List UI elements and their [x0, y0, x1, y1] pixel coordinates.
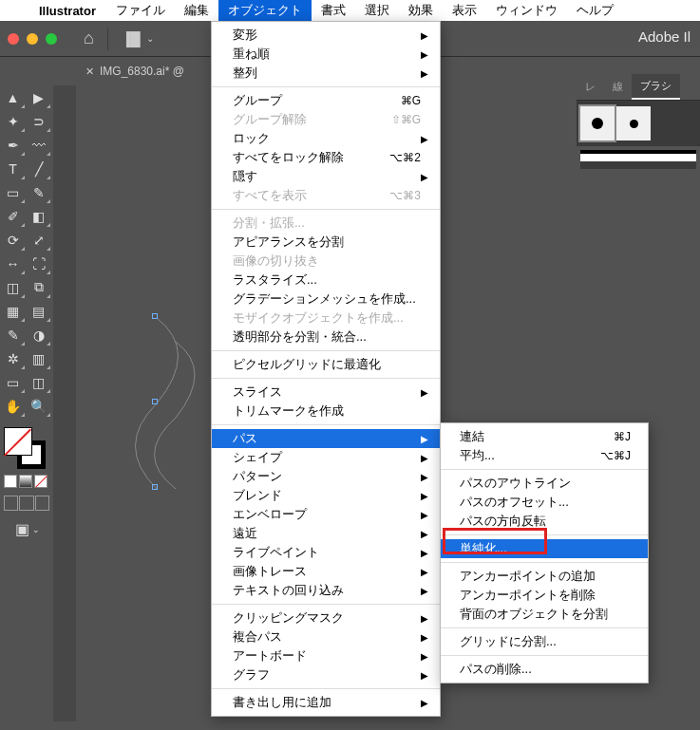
submenu-item[interactable]: パスのオフセット...: [441, 493, 648, 512]
menu-item[interactable]: アピアランスを分割: [212, 233, 440, 252]
menu-item[interactable]: 複合パス▶: [212, 627, 440, 646]
panel-tab[interactable]: レ: [577, 74, 604, 100]
submenu-item[interactable]: 単純化...: [441, 539, 648, 558]
menu-item[interactable]: スライス▶: [212, 383, 440, 402]
traffic-light-close[interactable]: [8, 33, 19, 45]
tool-artboard[interactable]: ▭: [0, 370, 26, 394]
submenu-item[interactable]: パスの削除...: [441, 660, 648, 679]
fill-stroke-swatch[interactable]: [4, 427, 46, 469]
menu-オブジェクト[interactable]: オブジェクト: [218, 0, 312, 21]
tool-shape-builder[interactable]: ◫: [0, 275, 26, 299]
tool-eyedropper[interactable]: ✎: [0, 323, 26, 346]
submenu-item[interactable]: グリッドに分割...: [441, 632, 648, 651]
document-tab[interactable]: ✕ IMG_6830.ai* @: [85, 65, 184, 78]
menu-ウィンドウ[interactable]: ウィンドウ: [486, 0, 567, 21]
tool-blend[interactable]: ◑: [26, 323, 51, 346]
draw-behind[interactable]: [19, 496, 33, 511]
menu-item[interactable]: テキストの回り込み▶: [212, 581, 440, 600]
tool-rotate[interactable]: ⟳: [0, 228, 26, 252]
menu-item[interactable]: 遠近▶: [212, 524, 440, 543]
tool-pen[interactable]: ✒: [0, 133, 26, 157]
tool-selection[interactable]: ▲: [0, 85, 26, 109]
menu-item[interactable]: エンベロープ▶: [212, 505, 440, 524]
menu-item[interactable]: 変形▶: [212, 26, 440, 45]
close-icon[interactable]: ✕: [85, 66, 94, 78]
panel-tab[interactable]: 線: [604, 74, 632, 100]
gradient-mode[interactable]: [19, 475, 32, 488]
tool-column-graph[interactable]: ▥: [26, 346, 51, 370]
menu-選択[interactable]: 選択: [355, 0, 399, 21]
menu-item[interactable]: すべてをロック解除⌥⌘2: [212, 148, 440, 167]
submenu-item[interactable]: アンカーポイントの追加: [441, 567, 648, 586]
menu-item[interactable]: ピクセルグリッドに最適化: [212, 355, 440, 374]
menu-ファイル[interactable]: ファイル: [106, 0, 175, 21]
menu-item[interactable]: ブレンド▶: [212, 486, 440, 505]
draw-normal[interactable]: [4, 496, 18, 511]
menu-item[interactable]: アートボード▶: [212, 646, 440, 665]
menu-item[interactable]: ラスタライズ...: [212, 271, 440, 290]
menu-書式[interactable]: 書式: [312, 0, 355, 21]
menu-item[interactable]: ロック▶: [212, 129, 440, 148]
tool-eraser[interactable]: ◧: [26, 204, 51, 228]
tool-mesh[interactable]: ▦: [0, 299, 26, 323]
tool-shaper[interactable]: ✐: [0, 204, 26, 228]
anchor-point[interactable]: [152, 399, 158, 404]
brush-thumb[interactable]: [580, 106, 615, 140]
chevron-down-icon[interactable]: ⌄: [146, 33, 154, 44]
menu-item[interactable]: 重ね順▶: [212, 45, 440, 64]
menu-効果[interactable]: 効果: [399, 0, 443, 21]
submenu-item[interactable]: 連結⌘J: [441, 427, 648, 446]
menu-item[interactable]: パス▶: [212, 429, 440, 448]
tool-width[interactable]: ↔: [0, 252, 26, 275]
menu-item[interactable]: 書き出し用に追加▶: [212, 693, 440, 712]
menu-表示[interactable]: 表示: [443, 0, 486, 21]
menu-item[interactable]: ライブペイント▶: [212, 543, 440, 562]
menu-item[interactable]: 隠す▶: [212, 167, 440, 186]
tool-slice[interactable]: ◫: [26, 370, 51, 394]
tool-zoom[interactable]: 🔍: [26, 394, 51, 418]
color-mode[interactable]: [4, 475, 17, 488]
menu-item[interactable]: クリッピングマスク▶: [212, 608, 440, 627]
tool-paintbrush[interactable]: ✎: [26, 180, 51, 204]
anchor-point[interactable]: [152, 484, 158, 490]
home-icon[interactable]: ⌂: [84, 28, 94, 48]
menu-item[interactable]: 整列▶: [212, 64, 440, 83]
menu-item[interactable]: トリムマークを作成: [212, 402, 440, 421]
menu-ヘルプ[interactable]: ヘルプ: [567, 0, 623, 21]
submenu-item[interactable]: アンカーポイントを削除: [441, 586, 648, 605]
tool-line-segment[interactable]: ╱: [26, 157, 51, 180]
submenu-item[interactable]: パスの方向反転: [441, 512, 648, 531]
tool-symbol-sprayer[interactable]: ✲: [0, 346, 26, 370]
menu-item[interactable]: パターン▶: [212, 467, 440, 486]
submenu-item[interactable]: パスのアウトライン: [441, 474, 648, 493]
tool-type[interactable]: T: [0, 157, 26, 180]
workspace-layout-icon[interactable]: ▐█: [122, 31, 141, 47]
none-mode[interactable]: [34, 475, 47, 488]
submenu-item[interactable]: 背面のオブジェクトを分割: [441, 605, 648, 624]
menu-item[interactable]: グラデーションメッシュを作成...: [212, 290, 440, 309]
traffic-light-zoom[interactable]: [46, 33, 57, 45]
menu-編集[interactable]: 編集: [175, 0, 218, 21]
screen-mode-button[interactable]: ▣ ⌄: [15, 520, 49, 538]
tool-perspective[interactable]: ⧉: [26, 275, 51, 299]
submenu-item[interactable]: 平均...⌥⌘J: [441, 446, 648, 465]
anchor-point[interactable]: [152, 313, 158, 319]
brush-stroke-preview[interactable]: [580, 150, 696, 161]
tool-direct-selection[interactable]: ▶: [26, 85, 51, 109]
tool-scale[interactable]: ⤢: [26, 228, 51, 252]
draw-inside[interactable]: [35, 496, 49, 511]
menu-item[interactable]: シェイプ▶: [212, 448, 440, 467]
menu-item[interactable]: 透明部分を分割・統合...: [212, 328, 440, 346]
tool-hand[interactable]: ✋: [0, 394, 26, 418]
tool-gradient[interactable]: ▤: [26, 299, 51, 323]
tool-curvature[interactable]: 〰: [26, 133, 51, 157]
tool-free-transform[interactable]: ⛶: [26, 252, 51, 275]
tool-lasso[interactable]: ⊃: [26, 109, 51, 133]
panel-tab[interactable]: ブラシ: [632, 74, 680, 100]
menu-item[interactable]: グラフ▶: [212, 665, 440, 684]
tool-magic-wand[interactable]: ✦: [0, 109, 26, 133]
menu-item[interactable]: 画像トレース▶: [212, 562, 440, 581]
brush-thumb[interactable]: [616, 106, 651, 140]
app-name[interactable]: Illustrator: [28, 4, 106, 18]
menu-item[interactable]: グループ⌘G: [212, 91, 440, 110]
